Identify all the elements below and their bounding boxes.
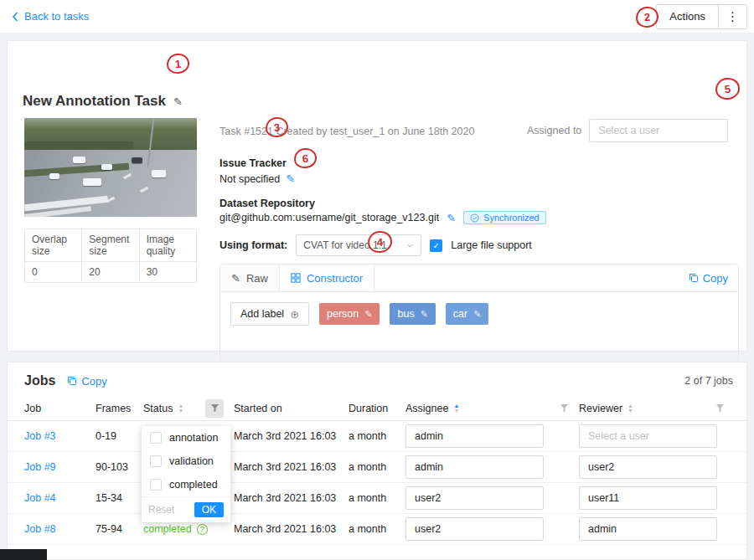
reviewer-input[interactable] [579, 455, 717, 479]
label-tag-name: person [327, 308, 359, 320]
car-shape [101, 164, 112, 170]
job-row: Job #9 90-103 March 3rd 2021 16:03 a mon… [8, 452, 746, 483]
filter-option-completed[interactable]: completed [142, 473, 230, 496]
large-file-checkbox[interactable]: ✓ [430, 239, 442, 252]
question-circle-icon: ? [197, 524, 208, 535]
label-tag-name: bus [397, 308, 414, 320]
car-shape [132, 157, 142, 163]
labels-editor-tabs: ✎ Raw Constructor Copy [220, 265, 738, 292]
tab-raw[interactable]: ✎ Raw [220, 265, 280, 291]
dataset-repository-url: git@github.com:username/git_storage_v123… [219, 212, 439, 223]
task-meta-text: Task #1521 Created by test_user_1 on Jun… [219, 126, 474, 137]
sort-icon-assignee[interactable]: ▲▼ [453, 403, 459, 414]
filter-icon-reviewer[interactable] [715, 403, 725, 413]
label-tag-bus[interactable]: bus ✎ [390, 303, 435, 325]
job-link[interactable]: Job #8 [24, 523, 56, 535]
edit-issue-tracker-icon[interactable]: ✎ [286, 172, 295, 185]
jobs-count-label: 2 of 7 jobs [684, 375, 733, 387]
edit-label-icon[interactable]: ✎ [364, 309, 372, 320]
checkbox-validation[interactable] [150, 455, 162, 467]
job-row: Job #3 0-19 March 3rd 2021 16:03 a month [8, 421, 746, 452]
job-frames: 0-19 [96, 430, 143, 442]
copy-icon [67, 376, 77, 386]
dataset-repository-label: Dataset Repository [219, 198, 315, 209]
job-started: March 3rd 2021 16:03 [234, 430, 349, 442]
job-status: completed ? [143, 523, 234, 535]
edit-title-icon[interactable]: ✎ [173, 95, 183, 108]
copy-icon [689, 273, 699, 283]
bus-shape [83, 178, 101, 186]
task-details-card: New Annotation Task ✎ Overlap size Segme… [7, 40, 747, 352]
label-tag-person[interactable]: person ✎ [319, 303, 380, 325]
filter-option-annotation[interactable]: annotation [142, 426, 230, 450]
jobs-card: Jobs Copy 2 of 7 jobs Job Frames Status … [7, 362, 747, 560]
chevron-down-icon [406, 242, 414, 249]
edit-label-icon[interactable]: ✎ [421, 309, 428, 320]
filter-ok-button[interactable]: OK [194, 502, 224, 517]
sort-icon-reviewer[interactable]: ▲▼ [627, 403, 633, 414]
col-reviewer[interactable]: Reviewer [579, 403, 622, 414]
job-frames: 75-94 [96, 523, 143, 535]
filter-option-label: validation [169, 455, 214, 467]
col-job: Job [24, 403, 41, 414]
task-assignee-input[interactable] [589, 119, 728, 142]
tab-constructor-label: Constructor [307, 272, 363, 285]
edit-repository-icon[interactable]: ✎ [447, 212, 456, 224]
car-shape [49, 173, 59, 179]
tab-constructor[interactable]: Constructor [280, 265, 374, 291]
assignee-input[interactable] [405, 517, 544, 541]
large-file-support-label: Large file support [451, 239, 532, 251]
job-link[interactable]: Job #9 [24, 461, 56, 473]
job-link[interactable]: Job #3 [24, 430, 56, 442]
copy-jobs-link[interactable]: Copy [67, 375, 106, 388]
copy-jobs-label: Copy [81, 375, 106, 388]
blocks-icon [291, 273, 301, 283]
job-link[interactable]: Job #4 [24, 492, 56, 504]
filter-option-validation[interactable]: validation [142, 450, 230, 473]
back-to-tasks-link[interactable]: Back to tasks [12, 10, 89, 23]
job-started: March 3rd 2021 16:03 [234, 461, 349, 473]
add-label-button[interactable]: Add label ⊕ [230, 302, 309, 326]
edit-label-icon[interactable]: ✎ [473, 309, 481, 320]
job-row: Job #8 75-94 completed ? March 3rd 2021 … [8, 514, 746, 545]
col-started-on: Started on [234, 403, 282, 414]
assignee-input[interactable] [405, 486, 544, 510]
issue-tracker-value: Not specified [219, 173, 280, 185]
format-select[interactable]: CVAT for video 1.1 [296, 234, 421, 256]
more-actions-icon[interactable]: ⋮ [718, 5, 746, 28]
assignee-input[interactable] [405, 424, 544, 448]
param-header-quality: Image quality [139, 229, 196, 262]
param-value-segment: 20 [82, 262, 139, 283]
checkbox-annotation[interactable] [150, 432, 162, 444]
filter-icon-assignee[interactable] [560, 403, 569, 413]
synchronized-label: Synchronized [483, 213, 540, 223]
task-title: New Annotation Task [23, 93, 166, 110]
actions-label[interactable]: Actions [657, 5, 718, 28]
reviewer-input[interactable] [579, 486, 717, 510]
reviewer-input[interactable] [579, 424, 717, 448]
label-tag-car[interactable]: car ✎ [446, 303, 489, 325]
job-frames: 90-103 [96, 461, 143, 473]
car-shape [152, 170, 166, 177]
using-format-label: Using format: [219, 239, 287, 251]
actions-button[interactable]: Actions ⋮ [656, 4, 747, 29]
synchronized-badge: Synchronized [463, 211, 546, 224]
reviewer-input[interactable] [579, 517, 717, 541]
param-header-overlap: Overlap size [25, 229, 82, 262]
filter-icon-status[interactable] [205, 399, 224, 418]
filter-reset-button[interactable]: Reset [148, 504, 174, 516]
col-assignee[interactable]: Assignee [405, 403, 448, 414]
job-started: March 3rd 2021 16:03 [234, 492, 349, 504]
checkbox-completed[interactable] [150, 479, 162, 491]
assigned-to-label: Assigned to [527, 125, 581, 136]
job-duration: a month [349, 430, 405, 442]
tab-raw-label: Raw [246, 272, 268, 285]
issue-tracker-label: Issue Tracker [219, 157, 287, 169]
chevron-left-icon [12, 12, 18, 22]
assignee-input[interactable] [405, 455, 544, 479]
pencil-icon: ✎ [231, 272, 240, 285]
sort-icon-status[interactable]: ▲▼ [178, 403, 183, 414]
col-status[interactable]: Status [143, 403, 173, 414]
copy-labels-link[interactable]: Copy [689, 265, 728, 291]
filter-option-label: annotation [169, 432, 218, 444]
